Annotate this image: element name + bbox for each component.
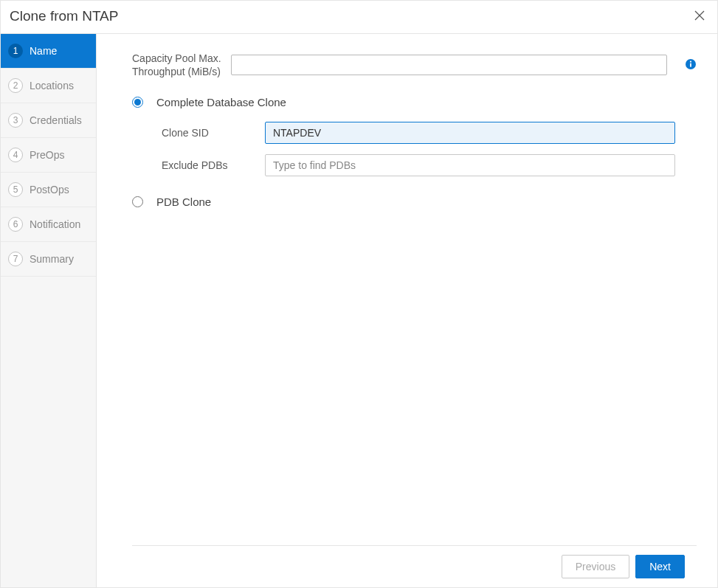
clone-sid-label: Clone SID [162,127,258,139]
exclude-pdbs-input[interactable] [265,154,675,176]
step-preops[interactable]: 4 PreOps [1,138,96,173]
step-label: Summary [30,253,74,265]
complete-clone-radio[interactable] [132,97,143,108]
main-panel: Capacity Pool Max. Throughput (MiB/s) Co… [97,34,717,587]
step-label: Credentials [30,114,82,126]
exclude-pdbs-row: Exclude PDBs [162,154,697,176]
step-number: 2 [8,78,23,93]
dialog-footer: Previous Next [132,545,697,587]
dialog-title: Clone from NTAP [10,8,118,24]
step-credentials[interactable]: 3 Credentials [1,103,96,138]
step-summary[interactable]: 7 Summary [1,242,96,277]
step-label: Locations [30,80,74,91]
dialog-body: 1 Name 2 Locations 3 Credentials 4 PreOp… [1,34,717,587]
step-number: 4 [8,148,23,162]
step-postops[interactable]: 5 PostOps [1,173,96,207]
step-number: 5 [8,182,23,197]
step-notification[interactable]: 6 Notification [1,207,96,242]
step-number: 6 [8,217,23,232]
step-name[interactable]: 1 Name [1,34,96,69]
step-label: Name [30,45,57,57]
step-label: PostOps [30,184,69,196]
pdb-clone-label: PDB Clone [156,196,211,208]
clone-sid-input[interactable] [265,122,675,144]
pdb-clone-radio[interactable] [132,196,143,207]
step-number: 3 [8,113,23,128]
step-label: Notification [30,218,80,230]
svg-point-3 [690,60,691,62]
step-locations[interactable]: 2 Locations [1,69,96,103]
capacity-input[interactable] [231,55,667,75]
clone-sid-row: Clone SID [162,122,697,144]
clone-dialog: Clone from NTAP 1 Name 2 Locations 3 Cre… [0,0,718,588]
step-label: PreOps [30,149,64,161]
close-icon[interactable] [694,10,705,24]
title-bar: Clone from NTAP [1,1,717,34]
svg-rect-4 [690,63,691,66]
capacity-label: Capacity Pool Max. Throughput (MiB/s) [132,52,224,78]
pdb-clone-row: PDB Clone [132,196,697,208]
exclude-pdbs-label: Exclude PDBs [162,159,258,171]
form-area: Capacity Pool Max. Throughput (MiB/s) Co… [132,52,697,545]
step-number: 1 [8,44,23,58]
info-icon[interactable] [674,58,697,72]
step-number: 7 [8,252,23,266]
complete-clone-row: Complete Database Clone [132,96,697,108]
complete-clone-label: Complete Database Clone [156,96,286,108]
wizard-sidebar: 1 Name 2 Locations 3 Credentials 4 PreOp… [1,34,97,587]
next-button[interactable]: Next [635,555,685,578]
previous-button[interactable]: Previous [562,555,629,578]
capacity-row: Capacity Pool Max. Throughput (MiB/s) [132,52,697,78]
